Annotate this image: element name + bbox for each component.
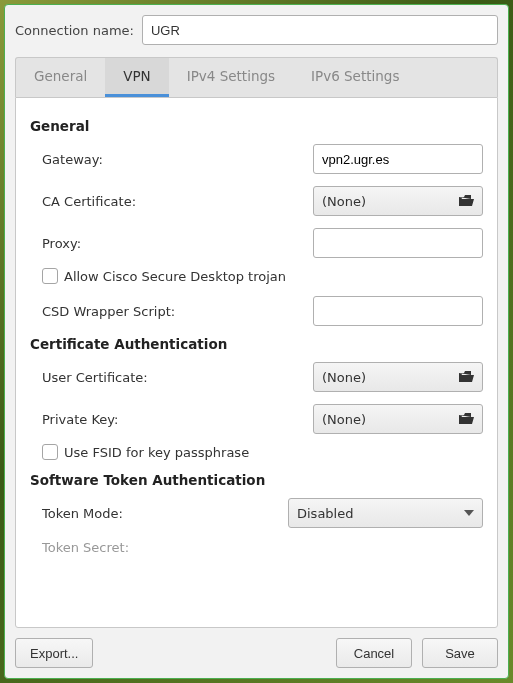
csd-wrapper-label: CSD Wrapper Script:	[42, 304, 303, 319]
allow-cisco-label: Allow Cisco Secure Desktop trojan	[64, 269, 286, 284]
gateway-input[interactable]	[313, 144, 483, 174]
save-button[interactable]: Save	[422, 638, 498, 668]
cert-auth-form: User Certificate: (None) Private Key: (N…	[30, 362, 483, 434]
ca-cert-value: (None)	[322, 194, 366, 209]
ca-cert-label: CA Certificate:	[42, 194, 303, 209]
section-title-cert-auth: Certificate Authentication	[30, 336, 483, 352]
tab-content-vpn: General Gateway: CA Certificate: (None) …	[15, 97, 498, 628]
private-key-label: Private Key:	[42, 412, 303, 427]
fsid-checkbox[interactable]	[42, 444, 58, 460]
proxy-label: Proxy:	[42, 236, 303, 251]
cancel-button[interactable]: Cancel	[336, 638, 412, 668]
user-cert-label: User Certificate:	[42, 370, 303, 385]
user-cert-value: (None)	[322, 370, 366, 385]
allow-cisco-row: Allow Cisco Secure Desktop trojan	[30, 268, 483, 284]
ca-cert-chooser[interactable]: (None)	[313, 186, 483, 216]
tab-vpn[interactable]: VPN	[105, 58, 168, 97]
token-mode-select[interactable]: Disabled	[288, 498, 483, 528]
csd-form: CSD Wrapper Script:	[30, 296, 483, 326]
token-mode-label: Token Mode:	[42, 506, 278, 521]
export-button[interactable]: Export...	[15, 638, 93, 668]
allow-cisco-checkbox[interactable]	[42, 268, 58, 284]
connection-name-label: Connection name:	[15, 23, 134, 38]
token-mode-value: Disabled	[297, 506, 353, 521]
chevron-down-icon	[464, 510, 474, 516]
footer-button-group: Cancel Save	[336, 638, 498, 668]
general-form: Gateway: CA Certificate: (None) Proxy:	[30, 144, 483, 258]
connection-name-row: Connection name:	[15, 15, 498, 45]
token-secret-label: Token Secret:	[42, 540, 278, 555]
private-key-chooser[interactable]: (None)	[313, 404, 483, 434]
folder-open-icon	[458, 370, 474, 384]
tab-ipv4[interactable]: IPv4 Settings	[169, 58, 293, 97]
tab-general[interactable]: General	[16, 58, 105, 97]
private-key-value: (None)	[322, 412, 366, 427]
proxy-input[interactable]	[313, 228, 483, 258]
connection-name-input[interactable]	[142, 15, 498, 45]
dialog-footer: Export... Cancel Save	[15, 628, 498, 668]
section-title-general: General	[30, 118, 483, 134]
tab-ipv6[interactable]: IPv6 Settings	[293, 58, 417, 97]
fsid-row: Use FSID for key passphrase	[30, 444, 483, 460]
csd-wrapper-input[interactable]	[313, 296, 483, 326]
vpn-settings-window: Connection name: General VPN IPv4 Settin…	[4, 4, 509, 679]
folder-open-icon	[458, 412, 474, 426]
folder-open-icon	[458, 194, 474, 208]
gateway-label: Gateway:	[42, 152, 303, 167]
section-title-token-auth: Software Token Authentication	[30, 472, 483, 488]
user-cert-chooser[interactable]: (None)	[313, 362, 483, 392]
tab-bar: General VPN IPv4 Settings IPv6 Settings	[15, 57, 498, 97]
fsid-label: Use FSID for key passphrase	[64, 445, 249, 460]
token-auth-form: Token Mode: Disabled Token Secret:	[30, 498, 483, 555]
